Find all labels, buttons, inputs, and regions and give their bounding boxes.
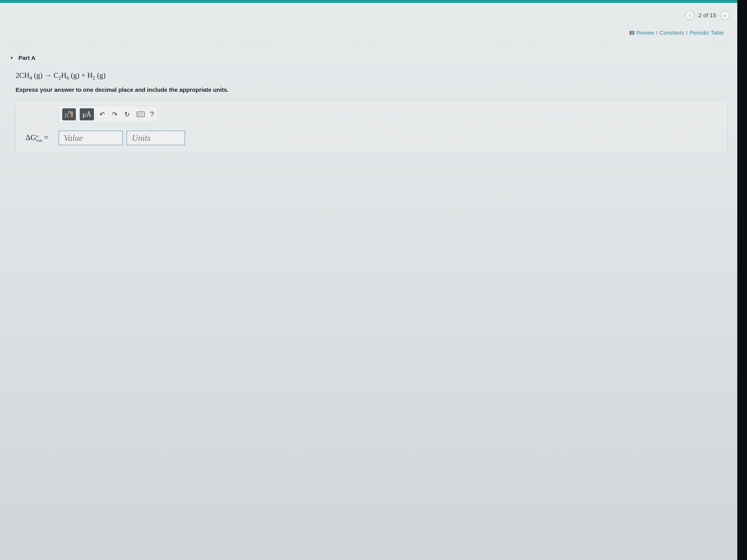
next-question-button[interactable]: › <box>720 11 729 20</box>
question-nav: ‹ 2 of 15 › <box>6 11 735 20</box>
chevron-left-icon: ‹ <box>689 12 691 19</box>
units-input[interactable] <box>127 131 185 145</box>
answer-input-row: ΔGorxn = <box>25 131 718 145</box>
units-button[interactable]: μÅ <box>80 108 94 121</box>
template-button[interactable] <box>62 108 76 121</box>
link-separator: I <box>656 30 658 36</box>
part-header[interactable]: ▼ Part A <box>6 53 735 63</box>
help-button[interactable]: ? <box>150 110 154 118</box>
resource-links: Review I Constants I Periodic Table <box>6 30 735 36</box>
section-divider <box>6 46 735 46</box>
part-title: Part A <box>19 55 35 61</box>
template-icon <box>65 110 73 118</box>
equation-toolbar: μÅ ↶ ↷ ↻ ? <box>58 106 158 123</box>
svg-rect-1 <box>69 111 70 113</box>
question-position: 2 of 15 <box>698 12 716 19</box>
link-separator: I <box>686 30 688 36</box>
chevron-right-icon: › <box>724 12 726 19</box>
mu-angstrom-icon: μÅ <box>82 110 91 118</box>
answer-area: μÅ ↶ ↷ ↻ ? ΔGorxn = <box>16 100 727 153</box>
prev-question-button[interactable]: ‹ <box>685 11 694 20</box>
value-input[interactable] <box>58 131 123 145</box>
svg-rect-3 <box>71 114 73 117</box>
constants-link[interactable]: Constants <box>660 30 684 36</box>
right-edge-bezel <box>737 0 747 560</box>
svg-rect-0 <box>66 114 68 117</box>
reset-button[interactable]: ↻ <box>123 109 131 120</box>
periodic-table-link[interactable]: Periodic Table <box>690 30 724 36</box>
delta-g-label: ΔGorxn = <box>25 133 55 143</box>
top-accent-bar <box>0 0 747 3</box>
undo-button[interactable]: ↶ <box>98 109 106 120</box>
answer-instruction: Express your answer to one decimal place… <box>6 86 735 100</box>
chemical-equation: 2CH4 (g) → C2H6 (g) + H2 (g) <box>6 69 735 86</box>
book-icon <box>629 31 634 35</box>
main-container: ‹ 2 of 15 › Review I Constants I Periodi… <box>0 3 747 157</box>
review-link[interactable]: Review <box>636 30 654 36</box>
keyboard-button[interactable] <box>135 110 146 118</box>
svg-rect-2 <box>71 111 73 113</box>
redo-button[interactable]: ↷ <box>110 109 119 120</box>
keyboard-icon <box>137 112 145 117</box>
chevron-down-icon: ▼ <box>10 56 14 60</box>
